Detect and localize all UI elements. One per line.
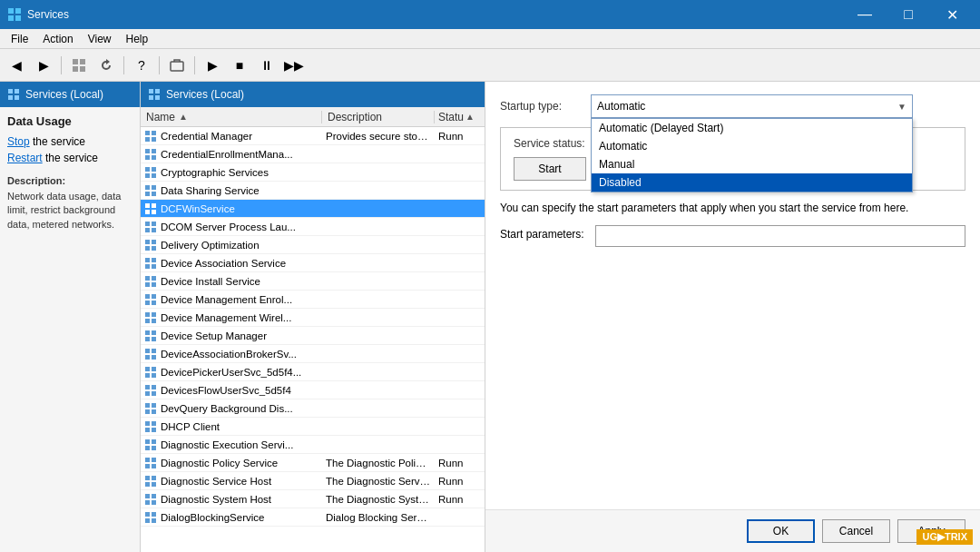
- service-name-cell: Delivery Optimization: [141, 239, 322, 251]
- menu-view[interactable]: View: [81, 29, 119, 48]
- services-icon: [7, 88, 20, 101]
- start-button[interactable]: Start: [514, 157, 586, 181]
- svg-rect-71: [145, 373, 150, 378]
- toolbar-export[interactable]: [164, 53, 190, 78]
- restart-service-link[interactable]: Restart: [7, 152, 43, 164]
- svg-rect-4: [73, 59, 78, 64]
- option-manual[interactable]: Manual: [592, 155, 912, 173]
- toolbar-stop[interactable]: ■: [227, 53, 252, 78]
- service-name-text: Data Sharing Service: [161, 185, 260, 196]
- service-row[interactable]: Device Management Wirel...: [141, 309, 485, 327]
- svg-rect-100: [152, 500, 156, 505]
- service-name-text: DevQuery Background Dis...: [161, 403, 293, 414]
- service-row[interactable]: Diagnostic System HostThe Diagnostic Sys…: [141, 490, 485, 508]
- service-row[interactable]: CredentialEnrollmentMana...: [141, 145, 485, 163]
- sort-arrow: ▲: [179, 112, 188, 122]
- service-name-text: Diagnostic Service Host: [161, 476, 271, 487]
- service-icon: [144, 184, 157, 197]
- menu-help[interactable]: Help: [119, 29, 156, 48]
- ok-button[interactable]: OK: [747, 519, 815, 543]
- option-auto-delayed[interactable]: Automatic (Delayed Start): [592, 119, 912, 137]
- service-row[interactable]: DevicePickerUserSvc_5d5f4...: [141, 363, 485, 381]
- svg-rect-33: [145, 203, 150, 208]
- service-row[interactable]: Device Install Service: [141, 272, 485, 291]
- service-row[interactable]: Device Management Enrol...: [141, 291, 485, 309]
- svg-rect-41: [145, 240, 150, 244]
- svg-rect-53: [145, 294, 150, 299]
- service-row[interactable]: Credential ManagerProvides secure storag…: [141, 127, 485, 145]
- service-name-text: Delivery Optimization: [161, 240, 260, 251]
- svg-rect-73: [145, 385, 150, 389]
- startup-type-dropdown-menu[interactable]: Automatic (Delayed Start) Automatic Manu…: [591, 118, 913, 192]
- startup-type-select[interactable]: Automatic ▼: [591, 94, 913, 118]
- service-row[interactable]: DialogBlockingServiceDialog Blocking Ser…: [141, 508, 485, 527]
- service-row[interactable]: DeviceAssociationBrokerSv...: [141, 345, 485, 363]
- service-row[interactable]: Device Setup Manager: [141, 327, 485, 345]
- service-row[interactable]: Cryptographic Services: [141, 163, 485, 182]
- left-panel-description: Description: Network data usage, data li…: [7, 175, 132, 232]
- svg-rect-16: [155, 95, 160, 100]
- toolbar-help[interactable]: ?: [129, 53, 154, 78]
- svg-rect-80: [152, 409, 156, 414]
- toolbar-play[interactable]: ▶: [200, 53, 225, 78]
- svg-rect-65: [145, 349, 150, 353]
- service-icon: [144, 166, 157, 179]
- service-row[interactable]: Diagnostic Policy ServiceThe Diagnostic …: [141, 454, 485, 472]
- svg-rect-67: [145, 355, 150, 360]
- dropdown-arrow-icon: ▼: [897, 102, 906, 112]
- service-name-text: Device Management Wirel...: [161, 312, 291, 323]
- option-disabled[interactable]: Disabled: [592, 173, 912, 192]
- service-icon: [144, 348, 157, 360]
- svg-rect-6: [73, 66, 78, 72]
- service-row[interactable]: Diagnostic Execution Servi...: [141, 436, 485, 454]
- toolbar-forward[interactable]: ▶: [31, 53, 56, 78]
- stop-service-link[interactable]: Stop: [7, 135, 30, 148]
- svg-rect-35: [145, 210, 150, 214]
- window-controls: — □ ✕: [844, 0, 973, 29]
- svg-rect-57: [145, 312, 150, 317]
- service-row[interactable]: DHCP Client: [141, 418, 485, 436]
- toolbar-up[interactable]: [66, 53, 92, 78]
- service-row[interactable]: DevicesFlowUserSvc_5d5f4: [141, 381, 485, 399]
- svg-rect-34: [152, 203, 156, 208]
- main-layout: Services (Local) Data Usage Stop the ser…: [0, 82, 980, 552]
- option-automatic[interactable]: Automatic: [592, 137, 912, 155]
- service-row[interactable]: DCOM Server Process Lau...: [141, 218, 485, 236]
- close-button[interactable]: ✕: [931, 0, 973, 29]
- maximize-button[interactable]: □: [887, 0, 929, 29]
- toolbar-pause[interactable]: ⏸: [254, 53, 279, 78]
- left-panel-section-title: Data Usage: [7, 114, 132, 128]
- service-row[interactable]: DevQuery Background Dis...: [141, 399, 485, 418]
- window-title: Services: [27, 8, 844, 21]
- start-params-input[interactable]: [595, 225, 965, 247]
- toolbar-back[interactable]: ◀: [4, 53, 29, 78]
- service-row[interactable]: Diagnostic Service HostThe Diagnostic Se…: [141, 472, 485, 490]
- svg-rect-83: [145, 428, 150, 432]
- svg-rect-101: [145, 512, 150, 517]
- service-row[interactable]: Device Association Service: [141, 254, 485, 272]
- service-name-text: Device Setup Manager: [161, 330, 267, 341]
- svg-rect-104: [152, 518, 156, 523]
- svg-rect-47: [145, 264, 150, 269]
- menu-action[interactable]: Action: [35, 29, 80, 48]
- service-icon: [144, 239, 157, 251]
- service-name-text: Device Management Enrol...: [161, 294, 292, 305]
- svg-rect-1: [15, 8, 21, 14]
- service-row[interactable]: Data Sharing Service: [141, 182, 485, 200]
- services-list[interactable]: Credential ManagerProvides secure storag…: [141, 127, 485, 552]
- service-row[interactable]: Delivery Optimization: [141, 236, 485, 254]
- svg-rect-50: [152, 276, 156, 281]
- svg-rect-17: [145, 131, 150, 135]
- toolbar-sep-4: [194, 56, 195, 74]
- menu-file[interactable]: File: [4, 29, 35, 48]
- service-icon: [144, 202, 157, 215]
- service-name-cell: CredentialEnrollmentMana...: [141, 148, 322, 161]
- service-row[interactable]: DCFWinService: [141, 200, 485, 218]
- cancel-button[interactable]: Cancel: [822, 519, 890, 543]
- svg-rect-37: [145, 222, 150, 226]
- toolbar-restart[interactable]: ▶▶: [281, 53, 307, 78]
- service-name-cell: DevicePickerUserSvc_5d5f4...: [141, 366, 322, 379]
- toolbar-refresh[interactable]: [93, 53, 119, 78]
- minimize-button[interactable]: —: [844, 0, 886, 29]
- svg-rect-96: [152, 482, 156, 487]
